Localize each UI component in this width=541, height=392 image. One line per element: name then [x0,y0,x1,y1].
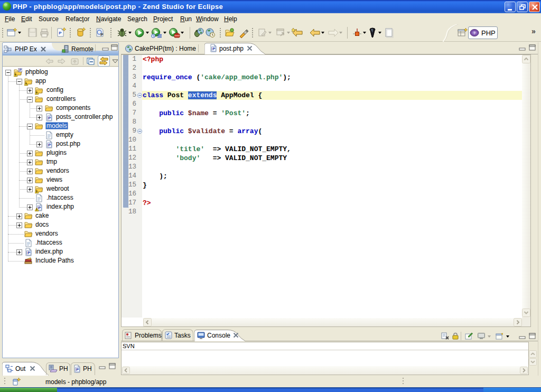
svg-text:P: P [59,31,62,35]
svg-text:?: ? [473,31,475,35]
svg-text:P: P [100,32,104,37]
